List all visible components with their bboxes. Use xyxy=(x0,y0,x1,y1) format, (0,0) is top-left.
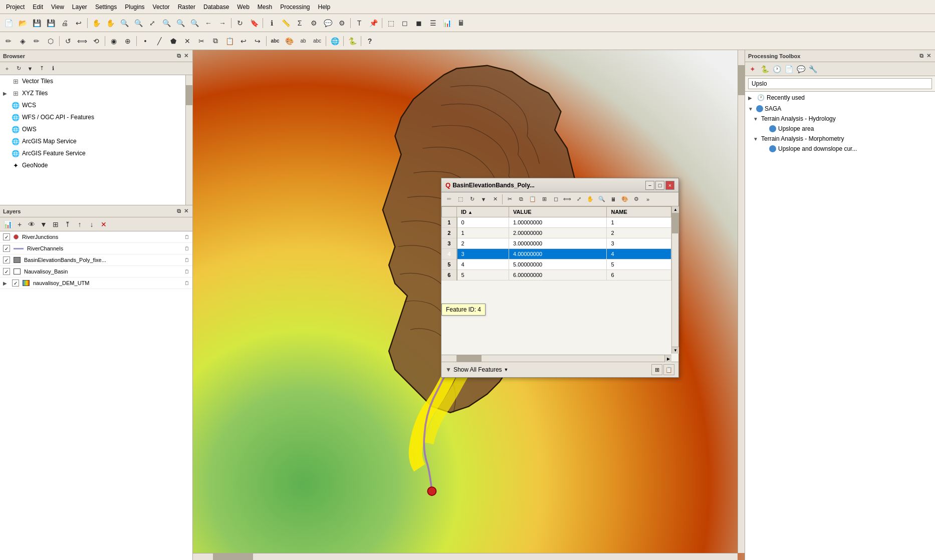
tree-item-recently-used[interactable]: ▶ 🕐 Recently used xyxy=(745,92,935,104)
browser-item-arcgis-map[interactable]: 🌐 ArcGIS Map Service xyxy=(0,135,192,147)
show-all-features-bar[interactable]: ▼ Show All Features ▼ ⊞ 📋 xyxy=(441,362,678,377)
browser-new-connection-btn[interactable]: + xyxy=(2,64,12,74)
mirror-btn[interactable]: ⟺ xyxy=(76,35,89,48)
tree-item-terrain-morphometry[interactable]: ▼ Terrain Analysis - Morphometry xyxy=(745,134,935,144)
menu-edit[interactable]: Edit xyxy=(29,3,47,12)
layers-group-btn[interactable]: ⊞ xyxy=(50,219,61,230)
browser-float-btn[interactable]: ⧉ xyxy=(176,52,182,60)
toolbox-help-btn[interactable]: 🔧 xyxy=(807,64,818,75)
python-btn[interactable]: 🐍 xyxy=(346,35,359,48)
layer-check-river-junctions[interactable]: ✓ xyxy=(3,233,10,240)
attr-delete-btn[interactable]: ✕ xyxy=(490,194,501,205)
paste-btn[interactable]: 📋 xyxy=(223,35,236,48)
zoom-in-btn[interactable]: 🔍 xyxy=(118,17,131,30)
cut-btn[interactable]: ✂ xyxy=(195,35,208,48)
toolbox-python-btn[interactable]: 🐍 xyxy=(759,64,770,75)
toolbox-search-input[interactable] xyxy=(748,78,932,89)
layers-moveup-btn[interactable]: ↑ xyxy=(74,219,85,230)
layer-item-river-channels[interactable]: ✓ RiverChannels 🗒 xyxy=(0,243,192,254)
identify-btn[interactable]: ℹ xyxy=(265,17,278,30)
zoom-next-btn[interactable]: → xyxy=(216,17,229,30)
table-vscroll-bottom-btn[interactable]: ▼ xyxy=(672,347,679,354)
browser-item-wfs[interactable]: 🌐 WFS / OGC API - Features xyxy=(0,111,192,123)
attr-zoom-filter-btn[interactable]: 🔍 xyxy=(596,194,607,205)
bookmarks-btn[interactable]: 🔖 xyxy=(248,17,261,30)
attr-copy-btn[interactable]: ⧉ xyxy=(516,194,527,205)
menu-project[interactable]: Project xyxy=(2,3,29,12)
attr-invert-btn[interactable]: ⟺ xyxy=(562,194,573,205)
topological-btn[interactable]: ⊕ xyxy=(121,35,134,48)
attr-select-btn[interactable]: ⊞ xyxy=(539,194,550,205)
table-row-selected[interactable]: 4 3 4.00000000 4 xyxy=(442,249,671,259)
layers-collapse-btn[interactable]: ⤒ xyxy=(62,219,73,230)
snap-btn[interactable]: ◉ xyxy=(107,35,120,48)
layers-visibility-btn[interactable]: 👁 xyxy=(26,219,37,230)
table-row[interactable]: 1 0 1.00000000 1 xyxy=(442,217,671,228)
toolbox-close-btn[interactable]: ✕ xyxy=(925,52,932,60)
layers-close-btn[interactable]: ✕ xyxy=(183,207,189,215)
digitize-btn[interactable]: ✏ xyxy=(2,35,15,48)
table-hscroll-right-arrow[interactable]: ▶ xyxy=(664,355,671,362)
col-header-value[interactable]: VALUE xyxy=(509,207,607,217)
dialog-close-btn[interactable]: × xyxy=(665,181,674,190)
browser-info-btn[interactable]: ℹ xyxy=(48,64,58,74)
layer-item-nauvalisoy-basin[interactable]: ✓ Nauvalisoy_Basin 🗒 xyxy=(0,266,192,277)
browser-collapse-btn[interactable]: ⤒ xyxy=(37,64,47,74)
layer-check-river-channels[interactable]: ✓ xyxy=(3,245,10,252)
terrain-btn[interactable]: 🌐 xyxy=(328,35,341,48)
undo-btn[interactable]: ↩ xyxy=(72,17,85,30)
table-vscroll-top-btn[interactable]: ▲ xyxy=(672,206,679,213)
layers-movedown-btn[interactable]: ↓ xyxy=(86,219,97,230)
table-row[interactable]: 5 4 5.00000000 5 xyxy=(442,259,671,270)
layer-check-nauvalisoy-dem[interactable]: ✓ xyxy=(12,279,19,287)
deselect-btn[interactable]: ◻ xyxy=(398,17,411,30)
toolbox-run-btn[interactable]: ✦ xyxy=(747,64,758,75)
browser-item-geonode[interactable]: ✦ GeoNode xyxy=(0,159,192,171)
help-btn[interactable]: ? xyxy=(363,35,376,48)
menu-database[interactable]: Database xyxy=(199,3,233,12)
open-project-btn[interactable]: 📂 xyxy=(16,17,29,30)
dialog-maximize-btn[interactable]: □ xyxy=(655,181,664,190)
geometry-checker-btn[interactable]: ⬡ xyxy=(44,35,57,48)
measure-btn[interactable]: 📏 xyxy=(279,17,292,30)
add-line-btn[interactable]: ╱ xyxy=(153,35,166,48)
menu-vector[interactable]: Vector xyxy=(149,3,174,12)
menu-view[interactable]: View xyxy=(47,3,68,12)
toolbox-float-btn[interactable]: ⧉ xyxy=(918,52,924,60)
select-location-btn[interactable]: ⬚ xyxy=(384,17,397,30)
attr-cond-format-btn[interactable]: 🎨 xyxy=(619,194,630,205)
annotation-btn[interactable]: 💬 xyxy=(321,17,334,30)
layers-add-btn[interactable]: + xyxy=(14,219,25,230)
field-calc-btn[interactable]: 🖩 xyxy=(454,17,467,30)
pan-to-selection-btn[interactable]: ✋ xyxy=(104,17,117,30)
attr-field-calc-btn[interactable]: 🖩 xyxy=(608,194,619,205)
action-btn[interactable]: ⚙ xyxy=(307,17,320,30)
text-annotation-btn[interactable]: T xyxy=(353,17,366,30)
toolbox-results-btn[interactable]: 📄 xyxy=(783,64,794,75)
new-project-btn[interactable]: 📄 xyxy=(2,17,15,30)
zoom-native-btn[interactable]: 🔍 xyxy=(188,17,201,30)
layers-remove-btn[interactable]: ✕ xyxy=(98,219,109,230)
print-btn[interactable]: 🖨 xyxy=(58,17,71,30)
map-hscrollbar[interactable] xyxy=(193,553,738,560)
attr-toggle-edit-btn[interactable]: ✏ xyxy=(443,194,454,205)
attr-table-scroll[interactable]: ID ▲ VALUE NAME xyxy=(441,206,671,354)
zoom-extent-btn[interactable]: ⤢ xyxy=(146,17,159,30)
layers-float-btn[interactable]: ⧉ xyxy=(176,207,182,215)
label-btn[interactable]: abc xyxy=(269,35,282,48)
menu-mesh[interactable]: Mesh xyxy=(254,3,276,12)
label-fmt-btn[interactable]: ab xyxy=(297,35,310,48)
col-header-id[interactable]: ID ▲ xyxy=(457,207,509,217)
attr-more-btn[interactable]: » xyxy=(642,194,653,205)
attr-pan-map-btn[interactable]: ✋ xyxy=(585,194,596,205)
browser-item-vector-tiles[interactable]: ⊞ Vector Tiles xyxy=(0,75,192,87)
browser-filter-btn[interactable]: ▼ xyxy=(25,64,35,74)
toolbox-history-btn[interactable]: 🕐 xyxy=(771,64,782,75)
menu-processing[interactable]: Processing xyxy=(276,3,314,12)
attr-deselect-btn[interactable]: ◻ xyxy=(550,194,561,205)
attr-paste-btn[interactable]: 📋 xyxy=(527,194,538,205)
menu-plugins[interactable]: Plugins xyxy=(121,3,148,12)
label-color-btn[interactable]: 🎨 xyxy=(283,35,296,48)
delete-btn[interactable]: ✕ xyxy=(181,35,194,48)
browser-item-ows[interactable]: 🌐 OWS xyxy=(0,123,192,135)
